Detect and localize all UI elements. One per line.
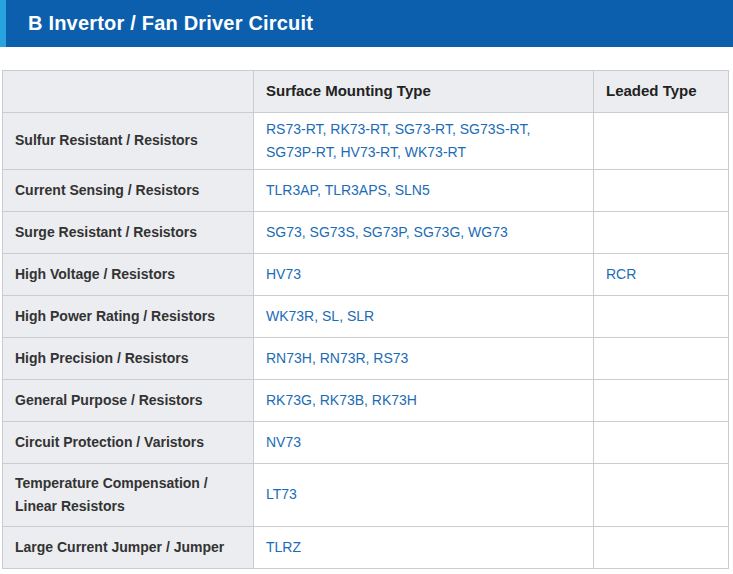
smt-parts-cell[interactable]: WK73R, SL, SLR — [254, 296, 594, 338]
smt-parts-cell[interactable]: HV73 — [254, 254, 594, 296]
category-cell: Circuit Protection / Varistors — [3, 422, 254, 464]
leaded-parts-cell — [594, 170, 729, 212]
smt-parts-cell[interactable]: TLRZ — [254, 527, 594, 569]
leaded-parts-cell — [594, 296, 729, 338]
category-cell: High Voltage / Resistors — [3, 254, 254, 296]
leaded-parts-cell — [594, 113, 729, 170]
product-category-table: Surface Mounting Type Leaded Type Sulfur… — [2, 70, 729, 569]
leaded-parts-cell — [594, 464, 729, 527]
table-row: Surge Resistant / Resistors SG73, SG73S,… — [3, 212, 729, 254]
category-cell: Current Sensing / Resistors — [3, 170, 254, 212]
column-header-surface-mounting: Surface Mounting Type — [254, 71, 594, 113]
product-table-container: Surface Mounting Type Leaded Type Sulfur… — [2, 70, 733, 569]
leaded-parts-cell — [594, 212, 729, 254]
table-row: Large Current Jumper / Jumper TLRZ — [3, 527, 729, 569]
section-title: B Invertor / Fan Driver Circuit — [6, 12, 313, 35]
category-cell: High Precision / Resistors — [3, 338, 254, 380]
smt-parts-cell[interactable]: RS73-RT, RK73-RT, SG73-RT, SG73S-RT, SG7… — [254, 113, 594, 170]
smt-parts-cell[interactable]: RN73H, RN73R, RS73 — [254, 338, 594, 380]
table-header-row: Surface Mounting Type Leaded Type — [3, 71, 729, 113]
page-header-banner: B Invertor / Fan Driver Circuit — [0, 0, 733, 47]
smt-parts-cell[interactable]: RK73G, RK73B, RK73H — [254, 380, 594, 422]
table-row: High Precision / Resistors RN73H, RN73R,… — [3, 338, 729, 380]
leaded-parts-cell — [594, 380, 729, 422]
leaded-parts-cell[interactable]: RCR — [594, 254, 729, 296]
category-cell: General Purpose / Resistors — [3, 380, 254, 422]
smt-parts-cell[interactable]: TLR3AP, TLR3APS, SLN5 — [254, 170, 594, 212]
table-row: Temperature Compensation / Linear Resist… — [3, 464, 729, 527]
smt-parts-cell[interactable]: NV73 — [254, 422, 594, 464]
category-cell: Sulfur Resistant / Resistors — [3, 113, 254, 170]
table-row: General Purpose / Resistors RK73G, RK73B… — [3, 380, 729, 422]
smt-parts-cell[interactable]: SG73, SG73S, SG73P, SG73G, WG73 — [254, 212, 594, 254]
category-cell: Surge Resistant / Resistors — [3, 212, 254, 254]
category-cell: Temperature Compensation / Linear Resist… — [3, 464, 254, 527]
table-row: Current Sensing / Resistors TLR3AP, TLR3… — [3, 170, 729, 212]
category-cell: High Power Rating / Resistors — [3, 296, 254, 338]
table-row: Sulfur Resistant / Resistors RS73-RT, RK… — [3, 113, 729, 170]
category-cell: Large Current Jumper / Jumper — [3, 527, 254, 569]
leaded-parts-cell — [594, 338, 729, 380]
table-row: High Power Rating / Resistors WK73R, SL,… — [3, 296, 729, 338]
smt-parts-cell[interactable]: LT73 — [254, 464, 594, 527]
column-header-leaded: Leaded Type — [594, 71, 729, 113]
leaded-parts-cell — [594, 422, 729, 464]
table-row: Circuit Protection / Varistors NV73 — [3, 422, 729, 464]
table-row: High Voltage / Resistors HV73 RCR — [3, 254, 729, 296]
leaded-parts-cell — [594, 527, 729, 569]
column-header-blank — [3, 71, 254, 113]
